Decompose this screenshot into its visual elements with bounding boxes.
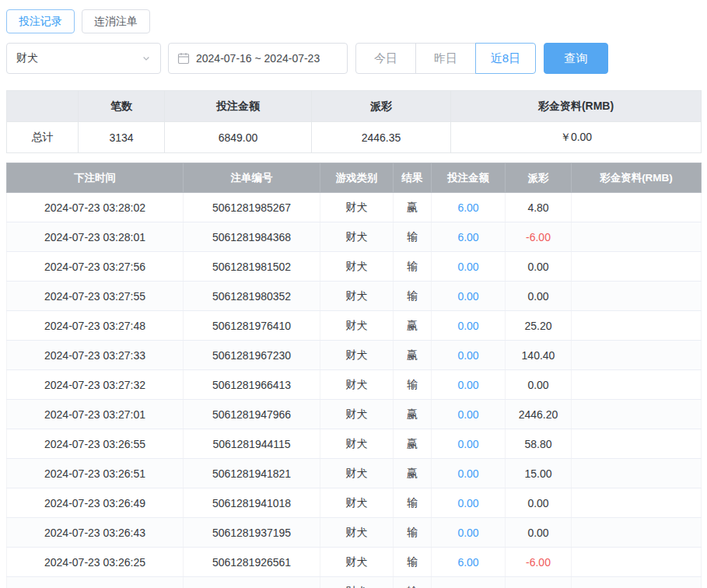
bet-amount-link[interactable]: 0.00 — [457, 320, 478, 332]
game-select-value: 财犬 — [16, 51, 38, 65]
summary-header-bet-amount: 投注金额 — [165, 91, 312, 122]
yesterday-button[interactable]: 昨日 — [415, 43, 476, 74]
bet-amount-link[interactable]: 0.00 — [457, 261, 478, 273]
game-select[interactable]: 财犬 — [6, 43, 161, 74]
bet-amount-cell: 0.00 — [432, 370, 506, 400]
bet-amount-link[interactable]: 0.00 — [457, 438, 478, 450]
payout-cell: -6.00 — [506, 222, 572, 252]
bet-time-cell: 2024-07-23 03:26:55 — [7, 429, 184, 459]
bonus-cell — [572, 518, 702, 548]
order-id-cell: 5061281984368 — [184, 222, 320, 252]
game-type-cell: 财犬 — [320, 193, 394, 222]
bet-amount-link[interactable]: 0.00 — [457, 349, 478, 362]
header-order-id: 注单编号 — [184, 163, 320, 193]
result-cell: 赢 — [394, 429, 432, 459]
date-range-picker[interactable]: 2024-07-16 ~ 2024-07-23 — [168, 43, 348, 74]
payout-cell: 0.00 — [506, 282, 572, 311]
bet-amount-link[interactable]: 0.00 — [457, 290, 478, 303]
table-row: 2024-07-23 03:27:01 5061281947966 财犬 赢 0… — [7, 400, 702, 429]
bet-amount-link[interactable]: 0.00 — [457, 497, 478, 509]
bet-amount-cell: 0.00 — [432, 400, 506, 429]
filter-bar: 财犬 2024-07-16 ~ 2024-07-23 今日 昨日 近8 — [6, 43, 701, 74]
bet-amount-link[interactable]: 0.00 — [457, 408, 478, 421]
bet-amount-cell: 6.00 — [432, 548, 506, 577]
header-bet-time: 下注时间 — [7, 163, 184, 193]
order-id-cell: 5061281980352 — [184, 282, 320, 311]
game-type-cell: 财犬 — [320, 488, 394, 518]
result-cell: 赢 — [394, 341, 432, 370]
order-id-cell: 5061281981502 — [184, 252, 320, 282]
result-cell: 输 — [394, 548, 432, 577]
bet-time-cell: 2024-07-23 03:27:48 — [7, 311, 184, 341]
summary-total-label: 总计 — [7, 122, 79, 153]
game-type-cell: 财犬 — [320, 222, 394, 252]
bet-amount-cell: 0.00 — [432, 311, 506, 341]
result-cell: 赢 — [394, 193, 432, 222]
summary-total-row: 总计 3134 6849.00 2446.35 ￥0.00 — [7, 122, 702, 153]
bet-amount-link[interactable]: 6.00 — [457, 556, 478, 569]
tab-cancelled-orders[interactable]: 连消注单 — [82, 9, 150, 33]
tab-bet-records[interactable]: 投注记录 — [6, 9, 75, 33]
page: 投注记录 连消注单 财犬 2024-07-16 ~ 2024-07-23 — [0, 0, 707, 588]
payout-cell: -6.00 — [506, 577, 572, 588]
payout-cell: 58.80 — [506, 429, 572, 459]
bet-amount-link[interactable]: 0.00 — [457, 527, 478, 539]
bet-amount-link[interactable]: 6.00 — [457, 231, 478, 243]
last-8-days-button[interactable]: 近8日 — [475, 43, 536, 74]
order-id-cell: 5061281925717 — [184, 577, 320, 588]
bet-amount-cell: 6.00 — [432, 222, 506, 252]
table-row: 2024-07-23 03:27:55 5061281980352 财犬 输 0… — [7, 282, 702, 311]
game-type-cell: 财犬 — [320, 429, 394, 459]
payout-cell: 0.00 — [506, 252, 572, 282]
query-button[interactable]: 查询 — [544, 43, 608, 74]
game-type-cell: 财犬 — [320, 311, 394, 341]
result-cell: 输 — [394, 222, 432, 252]
bet-time-cell: 2024-07-23 03:27:01 — [7, 400, 184, 429]
bet-amount-cell: 0.00 — [432, 488, 506, 518]
bet-amount-link[interactable]: 6.00 — [457, 586, 478, 588]
bet-time-cell: 2024-07-23 03:26:25 — [7, 548, 184, 577]
header-bet-amount: 投注金额 — [432, 163, 506, 193]
payout-cell: 15.00 — [506, 459, 572, 488]
payout-cell: 0.00 — [506, 518, 572, 548]
bet-amount-cell: 0.00 — [432, 518, 506, 548]
summary-header-bonus: 彩金资料(RMB) — [451, 91, 702, 122]
bonus-cell — [572, 193, 702, 222]
game-type-cell: 财犬 — [320, 252, 394, 282]
game-type-cell: 财犬 — [320, 400, 394, 429]
table-row: 2024-07-23 03:26:24 5061281925717 财犬 输 6… — [7, 577, 702, 588]
summary-total-count: 3134 — [79, 122, 165, 153]
bet-amount-cell: 6.00 — [432, 577, 506, 588]
bet-amount-link[interactable]: 0.00 — [457, 379, 478, 391]
bet-time-cell: 2024-07-23 03:27:55 — [7, 282, 184, 311]
payout-cell: 25.20 — [506, 311, 572, 341]
result-cell: 赢 — [394, 311, 432, 341]
today-button[interactable]: 今日 — [355, 43, 416, 74]
bet-amount-link[interactable]: 6.00 — [457, 201, 478, 214]
bet-records-table: 下注时间 注单编号 游戏类别 结果 投注金额 派彩 彩金资料(RMB) 2024… — [6, 163, 702, 588]
summary-total-bonus: ￥0.00 — [451, 122, 702, 153]
bet-amount-link[interactable]: 0.00 — [457, 467, 478, 480]
summary-header-payout: 派彩 — [312, 91, 451, 122]
bonus-cell — [572, 548, 702, 577]
order-id-cell: 5061281937195 — [184, 518, 320, 548]
table-row: 2024-07-23 03:26:25 5061281926561 财犬 输 6… — [7, 548, 702, 577]
bonus-cell — [572, 341, 702, 370]
header-payout: 派彩 — [506, 163, 572, 193]
bet-time-cell: 2024-07-23 03:26:43 — [7, 518, 184, 548]
order-id-cell: 5061281947966 — [184, 400, 320, 429]
order-id-cell: 5061281926561 — [184, 548, 320, 577]
bet-time-cell: 2024-07-23 03:28:02 — [7, 193, 184, 222]
table-header-row: 下注时间 注单编号 游戏类别 结果 投注金额 派彩 彩金资料(RMB) — [7, 163, 702, 193]
calendar-icon — [177, 52, 190, 65]
order-id-cell: 5061281941018 — [184, 488, 320, 518]
bet-time-cell: 2024-07-23 03:26:49 — [7, 488, 184, 518]
summary-header-row: 笔数 投注金额 派彩 彩金资料(RMB) — [7, 91, 702, 122]
game-type-cell: 财犬 — [320, 459, 394, 488]
bet-time-cell: 2024-07-23 03:27:32 — [7, 370, 184, 400]
header-result: 结果 — [394, 163, 432, 193]
bonus-cell — [572, 459, 702, 488]
bet-amount-cell: 0.00 — [432, 282, 506, 311]
summary-table: 笔数 投注金额 派彩 彩金资料(RMB) 总计 3134 6849.00 244… — [6, 90, 702, 153]
quick-range-group: 今日 昨日 近8日 — [355, 43, 536, 74]
